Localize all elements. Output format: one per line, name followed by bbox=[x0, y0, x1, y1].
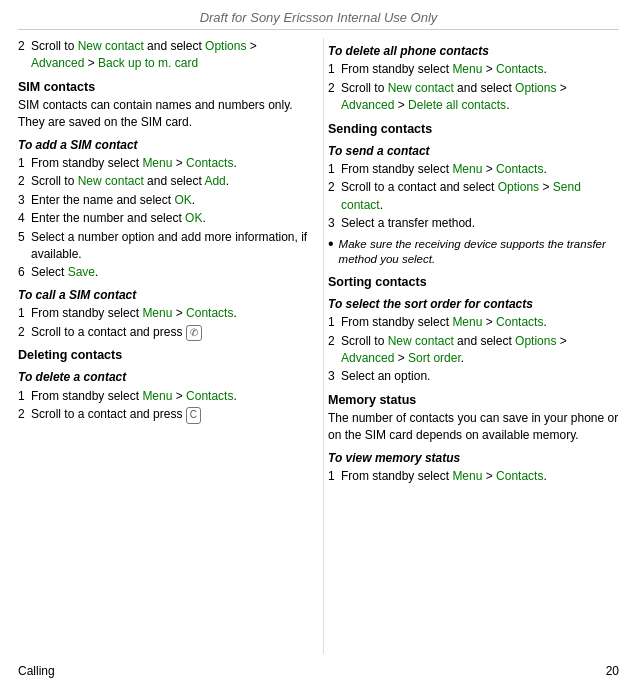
item-content: Select a transfer method. bbox=[341, 215, 475, 232]
num-item: 2Scroll to New contact and select Option… bbox=[18, 38, 309, 73]
item-content: Scroll to New contact and select Options… bbox=[341, 80, 619, 115]
item-number: 1 bbox=[18, 305, 28, 322]
num-item: 1From standby select Menu > Contacts. bbox=[18, 155, 309, 172]
item-number: 1 bbox=[328, 468, 338, 485]
section-heading: Memory status bbox=[328, 391, 619, 409]
sub-heading: To delete all phone contacts bbox=[328, 43, 619, 60]
num-item: 3Enter the name and select OK. bbox=[18, 192, 309, 209]
item-content: From standby select Menu > Contacts. bbox=[31, 388, 237, 405]
item-content: Select Save. bbox=[31, 264, 98, 281]
item-content: From standby select Menu > Contacts. bbox=[341, 468, 547, 485]
item-content: Scroll to a contact and press ✆ bbox=[31, 324, 202, 342]
num-item: 1From standby select Menu > Contacts. bbox=[328, 61, 619, 78]
note-row: •Make sure the receiving device supports… bbox=[328, 237, 619, 268]
section-heading: SIM contacts bbox=[18, 78, 309, 96]
num-item: 4Enter the number and select OK. bbox=[18, 210, 309, 227]
left-column: 2Scroll to New contact and select Option… bbox=[18, 38, 313, 654]
num-item: 2Scroll to New contact and select Add. bbox=[18, 173, 309, 190]
section-heading: Deleting contacts bbox=[18, 346, 309, 364]
page: Draft for Sony Ericsson Internal Use Onl… bbox=[0, 0, 637, 686]
item-number: 3 bbox=[18, 192, 28, 209]
note-text: Make sure the receiving device supports … bbox=[339, 237, 619, 268]
item-number: 3 bbox=[328, 215, 338, 232]
item-content: From standby select Menu > Contacts. bbox=[341, 61, 547, 78]
num-item: 1From standby select Menu > Contacts. bbox=[328, 468, 619, 485]
item-content: Enter the number and select OK. bbox=[31, 210, 206, 227]
footer: Calling 20 bbox=[18, 664, 619, 678]
item-number: 1 bbox=[18, 155, 28, 172]
sub-heading: To send a contact bbox=[328, 143, 619, 160]
num-item: 3Select a transfer method. bbox=[328, 215, 619, 232]
num-item: 1From standby select Menu > Contacts. bbox=[18, 305, 309, 322]
item-number: 2 bbox=[18, 406, 28, 424]
item-number: 2 bbox=[18, 38, 28, 73]
num-item: 3Select an option. bbox=[328, 368, 619, 385]
item-content: From standby select Menu > Contacts. bbox=[341, 314, 547, 331]
item-number: 4 bbox=[18, 210, 28, 227]
item-number: 1 bbox=[328, 61, 338, 78]
item-content: Scroll to New contact and select Options… bbox=[341, 333, 619, 368]
item-content: Scroll to New contact and select Options… bbox=[31, 38, 309, 73]
item-content: Select a number option and add more info… bbox=[31, 229, 309, 264]
paragraph: The number of contacts you can save in y… bbox=[328, 410, 619, 445]
item-content: From standby select Menu > Contacts. bbox=[341, 161, 547, 178]
item-number: 2 bbox=[328, 80, 338, 115]
note-bullet-icon: • bbox=[328, 236, 334, 268]
item-number: 3 bbox=[328, 368, 338, 385]
num-item: 2Scroll to a contact and press C bbox=[18, 406, 309, 424]
sub-heading: To delete a contact bbox=[18, 369, 309, 386]
item-content: Scroll to a contact and press C bbox=[31, 406, 201, 424]
num-item: 2Scroll to New contact and select Option… bbox=[328, 333, 619, 368]
footer-page: 20 bbox=[606, 664, 619, 678]
item-content: From standby select Menu > Contacts. bbox=[31, 305, 237, 322]
item-number: 6 bbox=[18, 264, 28, 281]
paragraph: SIM contacts can contain names and numbe… bbox=[18, 97, 309, 132]
item-number: 2 bbox=[328, 333, 338, 368]
footer-section: Calling bbox=[18, 664, 55, 678]
section-heading: Sorting contacts bbox=[328, 273, 619, 291]
sub-heading: To view memory status bbox=[328, 450, 619, 467]
item-number: 2 bbox=[18, 173, 28, 190]
item-number: 5 bbox=[18, 229, 28, 264]
draft-header: Draft for Sony Ericsson Internal Use Onl… bbox=[18, 10, 619, 30]
sub-heading: To call a SIM contact bbox=[18, 287, 309, 304]
num-item: 2Scroll to New contact and select Option… bbox=[328, 80, 619, 115]
num-item: 2Scroll to a contact and press ✆ bbox=[18, 324, 309, 342]
item-content: Select an option. bbox=[341, 368, 430, 385]
num-item: 6Select Save. bbox=[18, 264, 309, 281]
item-content: Scroll to a contact and select Options >… bbox=[341, 179, 619, 214]
num-item: 2Scroll to a contact and select Options … bbox=[328, 179, 619, 214]
item-number: 2 bbox=[18, 324, 28, 342]
item-content: Enter the name and select OK. bbox=[31, 192, 195, 209]
section-heading: Sending contacts bbox=[328, 120, 619, 138]
two-column-layout: 2Scroll to New contact and select Option… bbox=[18, 38, 619, 654]
sub-heading: To select the sort order for contacts bbox=[328, 296, 619, 313]
num-item: 1From standby select Menu > Contacts. bbox=[328, 161, 619, 178]
item-content: From standby select Menu > Contacts. bbox=[31, 155, 237, 172]
sub-heading: To add a SIM contact bbox=[18, 137, 309, 154]
item-number: 1 bbox=[18, 388, 28, 405]
item-number: 1 bbox=[328, 314, 338, 331]
right-column: To delete all phone contacts1From standb… bbox=[323, 38, 619, 654]
item-content: Scroll to New contact and select Add. bbox=[31, 173, 229, 190]
num-item: 5Select a number option and add more inf… bbox=[18, 229, 309, 264]
num-item: 1From standby select Menu > Contacts. bbox=[18, 388, 309, 405]
item-number: 1 bbox=[328, 161, 338, 178]
item-number: 2 bbox=[328, 179, 338, 214]
num-item: 1From standby select Menu > Contacts. bbox=[328, 314, 619, 331]
